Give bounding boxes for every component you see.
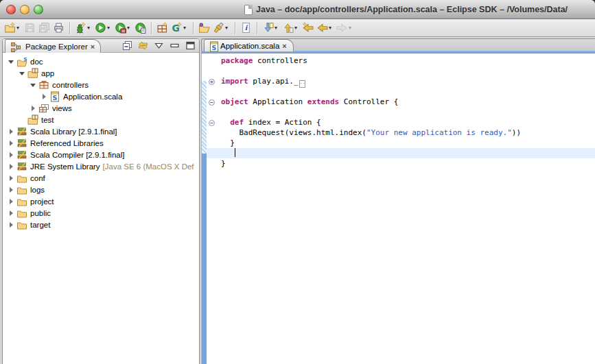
back-button[interactable]: ▾ bbox=[315, 21, 335, 35]
tree-item-logs[interactable]: logs bbox=[3, 184, 199, 195]
library-icon bbox=[16, 161, 27, 172]
expand-arrow-icon[interactable] bbox=[8, 151, 16, 158]
dropdown-arrow-icon[interactable]: ▾ bbox=[87, 25, 92, 31]
maximize-view-icon[interactable] bbox=[185, 40, 196, 51]
dropdown-arrow-icon[interactable]: ▾ bbox=[329, 25, 334, 31]
expand-arrow-icon[interactable] bbox=[8, 175, 16, 182]
code-line[interactable]: −object Application extends Controller { bbox=[207, 97, 595, 107]
code-line[interactable]: − def index = Action { bbox=[207, 117, 595, 128]
next-annotation-button[interactable]: ▾ bbox=[261, 21, 281, 35]
close-window-button[interactable] bbox=[6, 5, 16, 14]
workbench: Package Explorer × SdocappcontrollersSAp… bbox=[0, 37, 595, 364]
toolbar-separator bbox=[193, 22, 194, 34]
svg-text:S: S bbox=[212, 43, 217, 51]
run-button[interactable]: ▾ bbox=[93, 21, 113, 35]
prev-annotation-button[interactable]: ▾ bbox=[281, 21, 301, 35]
tree-item-project[interactable]: project bbox=[3, 195, 199, 207]
close-editor-icon[interactable]: × bbox=[282, 43, 286, 49]
minimize-view-icon[interactable] bbox=[170, 40, 180, 51]
new-java-project-button[interactable] bbox=[155, 21, 170, 35]
code-line[interactable] bbox=[207, 86, 595, 97]
dropdown-arrow-icon[interactable]: ▾ bbox=[16, 25, 21, 31]
fold-plus-icon[interactable]: + bbox=[207, 76, 217, 86]
fold-minus-icon[interactable]: − bbox=[207, 97, 217, 107]
expand-arrow-icon[interactable] bbox=[8, 58, 16, 65]
new-wizard-button[interactable]: ▾ bbox=[3, 21, 23, 35]
package-explorer-view: Package Explorer × SdocappcontrollersSAp… bbox=[2, 38, 200, 364]
dropdown-arrow-icon[interactable]: ▾ bbox=[127, 25, 132, 31]
expand-arrow-icon[interactable] bbox=[8, 186, 16, 193]
link-with-editor-icon[interactable] bbox=[138, 40, 148, 51]
expand-arrow-icon[interactable] bbox=[8, 140, 16, 147]
expand-arrow-icon[interactable] bbox=[8, 163, 16, 170]
info-button[interactable]: i bbox=[239, 21, 253, 35]
expand-arrow-icon[interactable] bbox=[8, 210, 16, 217]
code-text bbox=[217, 107, 221, 117]
range-indicator-solid bbox=[202, 154, 207, 364]
code-lines[interactable]: package controllers+import play.api._−ob… bbox=[207, 53, 595, 364]
expand-arrow-icon[interactable] bbox=[8, 221, 16, 228]
code-token: Application bbox=[248, 97, 307, 106]
run-as-icon bbox=[115, 22, 126, 34]
code-token: controllers bbox=[253, 56, 307, 65]
debug-button[interactable]: ▾ bbox=[73, 21, 93, 35]
minimize-window-button[interactable] bbox=[20, 5, 30, 14]
tree-item-public[interactable]: public bbox=[3, 207, 199, 219]
dropdown-arrow-icon[interactable]: ▾ bbox=[183, 25, 188, 31]
code-token: def bbox=[230, 118, 244, 127]
folded-region-box[interactable] bbox=[299, 80, 305, 88]
expand-arrow-icon[interactable] bbox=[41, 93, 49, 100]
search-button[interactable]: ▾ bbox=[211, 21, 231, 35]
tree-item-test[interactable]: test bbox=[3, 114, 199, 125]
expand-arrow-icon[interactable] bbox=[8, 128, 16, 135]
tree-item-app[interactable]: app bbox=[3, 67, 199, 79]
zoom-window-button[interactable] bbox=[34, 5, 43, 14]
tree-item-scala-library-2-9-1-final[interactable]: Scala Library [2.9.1.final] bbox=[3, 125, 199, 137]
tree-item-scala-compiler-2-9-1-final[interactable]: Scala Compiler [2.9.1.final] bbox=[3, 149, 199, 160]
close-view-icon[interactable]: × bbox=[91, 43, 95, 50]
svg-text:S: S bbox=[53, 93, 58, 101]
package-explorer-tab[interactable]: Package Explorer × bbox=[5, 39, 101, 53]
tree-item-target[interactable]: target bbox=[3, 219, 199, 230]
dropdown-arrow-icon[interactable]: ▾ bbox=[107, 25, 112, 31]
collapse-all-icon[interactable] bbox=[122, 40, 132, 51]
last-edit-location-button[interactable] bbox=[301, 21, 315, 35]
code-line[interactable]: } bbox=[207, 138, 595, 148]
expand-arrow-icon[interactable] bbox=[19, 70, 27, 77]
dropdown-arrow-icon[interactable]: ▾ bbox=[225, 25, 230, 31]
open-resource-button[interactable] bbox=[197, 21, 211, 35]
package-explorer-toolbar bbox=[122, 40, 196, 51]
tree-item-views[interactable]: views bbox=[3, 102, 199, 114]
fold-gutter bbox=[207, 158, 217, 169]
tree-item-controllers[interactable]: controllers bbox=[3, 79, 199, 90]
expand-arrow-icon[interactable] bbox=[30, 105, 38, 112]
code-line[interactable]: BadRequest(views.html.index("Your new ap… bbox=[207, 128, 595, 138]
fold-minus-icon[interactable]: − bbox=[207, 117, 217, 128]
code-line[interactable]: package controllers bbox=[207, 56, 595, 66]
tree-item-referenced-libraries[interactable]: Referenced Libraries bbox=[3, 137, 199, 149]
view-menu-icon[interactable] bbox=[154, 40, 164, 51]
editor-tab-application-scala[interactable]: S Application.scala × bbox=[204, 39, 294, 51]
tree-item-conf[interactable]: conf bbox=[3, 172, 199, 184]
code-line[interactable] bbox=[207, 148, 595, 158]
code-line[interactable]: } bbox=[207, 158, 595, 169]
code-line[interactable] bbox=[207, 66, 595, 76]
external-tools-button[interactable] bbox=[133, 21, 148, 35]
tree-item-doc[interactable]: Sdoc bbox=[3, 56, 199, 67]
expand-arrow-icon[interactable] bbox=[30, 82, 38, 88]
dropdown-arrow-icon[interactable]: ▾ bbox=[275, 25, 279, 31]
tree-item-jre-system-library[interactable]: JRE System Library[Java SE 6 (MacOS X De… bbox=[3, 160, 199, 172]
tree-item-application-scala[interactable]: SApplication.scala bbox=[3, 90, 199, 102]
annotation-ruler[interactable] bbox=[201, 53, 207, 364]
print-button[interactable] bbox=[51, 21, 66, 35]
run-as-button[interactable]: ▾ bbox=[113, 21, 133, 35]
code-line[interactable]: +import play.api._ bbox=[207, 76, 595, 86]
dropdown-arrow-icon[interactable]: ▾ bbox=[349, 25, 353, 31]
prev-annotation-icon bbox=[282, 22, 294, 34]
code-line[interactable] bbox=[207, 107, 595, 117]
expand-arrow-icon[interactable] bbox=[8, 198, 16, 205]
dropdown-arrow-icon[interactable]: ▾ bbox=[294, 25, 299, 31]
title-bar[interactable]: Java – doc/app/controllers/Application.s… bbox=[0, 0, 595, 19]
new-scala-wizard-button[interactable]: G▾ bbox=[170, 21, 189, 35]
folder-icon bbox=[16, 219, 27, 230]
